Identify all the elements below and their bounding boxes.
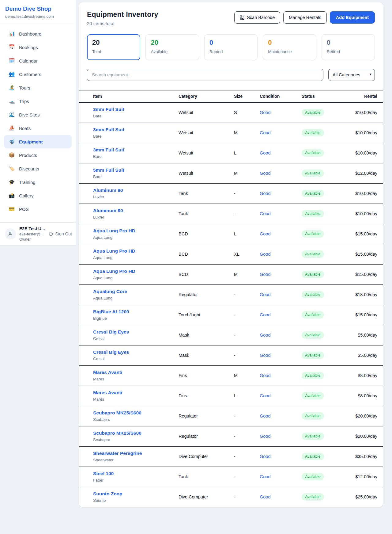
item-condition-link[interactable]: Good: [260, 151, 270, 155]
item-condition-link[interactable]: Good: [260, 494, 270, 499]
item-name-link[interactable]: 5mm Full Suit: [93, 167, 176, 173]
status-badge: Available: [302, 170, 324, 177]
table-row[interactable]: Steel 100 Faber Tank - Good Available $1…: [79, 467, 383, 487]
item-name-link[interactable]: Cressi Big Eyes: [93, 329, 176, 335]
table-row[interactable]: Mares Avanti Mares Fins M Good Available…: [79, 366, 383, 386]
sidebar-item-calendar[interactable]: 🗓️ Calendar: [4, 54, 72, 67]
table-row[interactable]: Aqua Lung Pro HD Aqua Lung BCD M Good Av…: [79, 265, 383, 285]
search-input[interactable]: [87, 69, 323, 81]
available-stat-card[interactable]: 20 Available: [145, 34, 199, 60]
item-condition-link[interactable]: Good: [260, 454, 270, 459]
table-row[interactable]: 3mm Full Suit Bare Wetsuit M Good Availa…: [79, 123, 383, 143]
item-condition-link[interactable]: Good: [260, 414, 270, 418]
sign-out-button[interactable]: Sign Out: [49, 231, 72, 236]
item-category: Tank: [179, 191, 188, 196]
table-row[interactable]: Mares Avanti Mares Fins L Good Available…: [79, 386, 383, 406]
table-row[interactable]: Aluminum 80 Luxfer Tank - Good Available…: [79, 184, 383, 204]
item-name-link[interactable]: Cressi Big Eyes: [93, 349, 176, 355]
category-select[interactable]: All Categories: [328, 69, 375, 81]
item-category: BCD: [179, 231, 188, 236]
user-role: Owner: [19, 237, 45, 242]
item-category: Tank: [179, 211, 188, 216]
sidebar-item-bookings[interactable]: 📅 Bookings: [4, 40, 72, 54]
table-row[interactable]: Aluminum 80 Luxfer Tank - Good Available…: [79, 204, 383, 224]
sidebar-item-customers[interactable]: 👥 Customers: [4, 67, 72, 81]
sidebar-item-label: Boats: [19, 126, 31, 131]
item-condition-link[interactable]: Good: [260, 252, 270, 257]
rented-stat-card[interactable]: 0 Rented: [204, 34, 258, 60]
table-row[interactable]: Scubapro MK25/S600 Scubapro Regulator - …: [79, 406, 383, 426]
table-row[interactable]: Cressi Big Eyes Cressi Mask - Good Avail…: [79, 345, 383, 366]
sidebar-item-boats[interactable]: ⛵ Boats: [4, 121, 72, 135]
trips-icon: 🛥️: [9, 99, 15, 104]
item-condition-link[interactable]: Good: [260, 130, 270, 135]
item-name-link[interactable]: Aluminum 80: [93, 208, 176, 213]
item-condition-link[interactable]: Good: [260, 312, 270, 317]
item-condition-link[interactable]: Good: [260, 110, 270, 115]
item-name-link[interactable]: Scubapro MK25/S600: [93, 410, 176, 416]
item-name-link[interactable]: Aqualung Core: [93, 289, 176, 294]
maintenance-stat-card[interactable]: 0 Maintenance: [263, 34, 316, 60]
item-name-link[interactable]: 3mm Full Suit: [93, 127, 176, 132]
sidebar-item-training[interactable]: 🎓 Training: [4, 175, 72, 189]
item-name-link[interactable]: Mares Avanti: [93, 390, 176, 395]
table-row[interactable]: 3mm Full Suit Bare Wetsuit L Good Availa…: [79, 143, 383, 163]
item-name-link[interactable]: Aqua Lung Pro HD: [93, 228, 176, 234]
item-name-link[interactable]: 3mm Full Suit: [93, 107, 176, 112]
sidebar-item-gallery[interactable]: 📸 Gallery: [4, 189, 72, 202]
item-name-link[interactable]: Aqua Lung Pro HD: [93, 248, 176, 254]
table-row[interactable]: Cressi Big Eyes Cressi Mask - Good Avail…: [79, 325, 383, 345]
item-size: L: [234, 393, 236, 398]
item-condition-link[interactable]: Good: [260, 191, 270, 196]
sidebar-item-trips[interactable]: 🛥️ Trips: [4, 94, 72, 108]
item-condition-link[interactable]: Good: [260, 353, 270, 358]
item-condition-link[interactable]: Good: [260, 231, 270, 236]
item-size: M: [234, 272, 238, 277]
manage-rentals-button[interactable]: Manage Rentals: [283, 11, 327, 24]
item-rental-rate: $10.00/day: [355, 191, 377, 196]
table-row[interactable]: 3mm Full Suit Bare Wetsuit S Good Availa…: [79, 102, 383, 123]
sidebar-item-dashboard[interactable]: 📊 Dashboard: [4, 27, 72, 40]
table-row[interactable]: Shearwater Peregrine Shearwater Dive Com…: [79, 447, 383, 467]
item-name-link[interactable]: 3mm Full Suit: [93, 147, 176, 153]
item-condition-link[interactable]: Good: [260, 434, 270, 439]
item-condition-link[interactable]: Good: [260, 373, 270, 378]
sidebar-item-products[interactable]: 📦 Products: [4, 148, 72, 162]
table-row[interactable]: Aqua Lung Pro HD Aqua Lung BCD L Good Av…: [79, 224, 383, 244]
item-name-link[interactable]: Mares Avanti: [93, 370, 176, 375]
item-condition-link[interactable]: Good: [260, 393, 270, 398]
item-condition-link[interactable]: Good: [260, 474, 270, 479]
item-condition-link[interactable]: Good: [260, 272, 270, 277]
item-name-link[interactable]: BigBlue AL1200: [93, 309, 176, 315]
item-name-link[interactable]: Shearwater Peregrine: [93, 451, 176, 456]
item-condition-link[interactable]: Good: [260, 171, 270, 176]
total-stat-card[interactable]: 20 Total: [87, 34, 140, 60]
table-row[interactable]: Aqua Lung Pro HD Aqua Lung BCD XL Good A…: [79, 244, 383, 265]
item-name-link[interactable]: Suunto Zoop: [93, 491, 176, 497]
item-condition-link[interactable]: Good: [260, 292, 270, 297]
item-name-link[interactable]: Scubapro MK25/S600: [93, 430, 176, 436]
item-name-link[interactable]: Aqua Lung Pro HD: [93, 269, 176, 274]
sidebar-item-tours[interactable]: 🏝️ Tours: [4, 81, 72, 94]
item-condition-link[interactable]: Good: [260, 211, 270, 216]
sidebar-item-label: Trips: [19, 99, 29, 104]
item-brand: Luxfer: [93, 195, 176, 199]
table-row[interactable]: 5mm Full Suit Bare Wetsuit M Good Availa…: [79, 163, 383, 184]
scan-barcode-button[interactable]: Scan Barcode: [234, 11, 280, 24]
add-equipment-button[interactable]: Add Equipment: [330, 11, 375, 24]
sidebar-item-discounts[interactable]: 🏷️ Discounts: [4, 162, 72, 175]
sidebar-item-dive-sites[interactable]: 🌊 Dive Sites: [4, 108, 72, 121]
table-row[interactable]: BigBlue AL1200 BigBlue Torch/Light - Goo…: [79, 305, 383, 325]
item-name-link[interactable]: Aluminum 80: [93, 188, 176, 193]
table-row[interactable]: Aqualung Core Aqua Lung Regulator - Good…: [79, 285, 383, 305]
item-condition-link[interactable]: Good: [260, 333, 270, 338]
sidebar-item-pos[interactable]: 💳 POS: [4, 202, 72, 216]
retired-stat-card[interactable]: 0 Retired: [322, 34, 375, 60]
item-name-link[interactable]: Steel 100: [93, 471, 176, 476]
status-badge: Available: [302, 210, 324, 217]
table-row[interactable]: Suunto Zoop Suunto Dive Computer - Good …: [79, 487, 383, 507]
item-brand: Faber: [93, 478, 176, 483]
sidebar-item-equipment[interactable]: 🤿 Equipment: [4, 135, 72, 148]
table-row[interactable]: Scubapro MK25/S600 Scubapro Regulator - …: [79, 426, 383, 447]
brand-domain: demo.test.divestreams.com: [5, 14, 71, 19]
